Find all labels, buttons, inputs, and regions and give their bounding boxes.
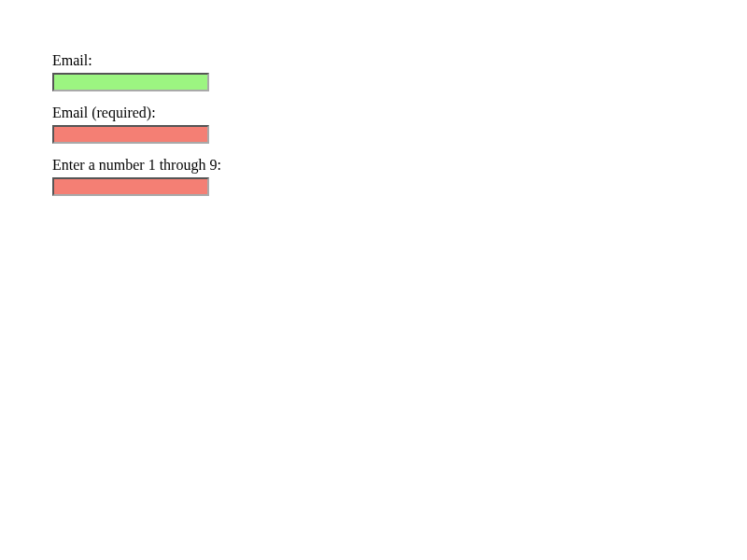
email-required-label: Email (required):: [52, 105, 695, 121]
email-input[interactable]: [52, 73, 209, 91]
email-required-input[interactable]: [52, 125, 209, 144]
number-input[interactable]: [52, 177, 209, 196]
email-label: Email:: [52, 52, 695, 69]
number-field-group: Enter a number 1 through 9:: [52, 157, 695, 196]
email-required-field-group: Email (required):: [52, 105, 695, 144]
email-field-group: Email:: [52, 52, 695, 91]
number-label: Enter a number 1 through 9:: [52, 157, 695, 174]
